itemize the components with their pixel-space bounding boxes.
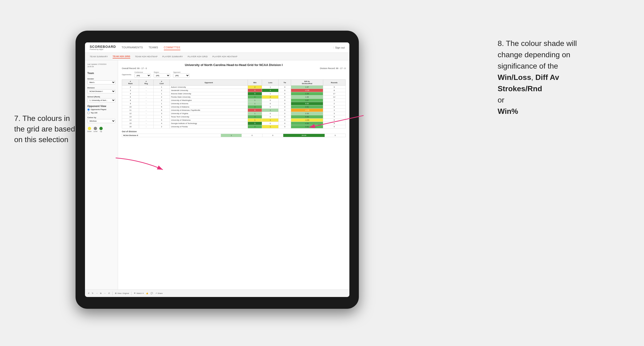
subnav-team-h2h-heatmap[interactable]: TEAM H2H HEATMAP [135,55,158,58]
cell-tie: 0 [278,109,291,112]
cell-reg: - [139,86,154,89]
out-of-division-table: NCAA Division II 1 0 0 26.00 3 [122,134,346,137]
logo-sub: Powered by clippd [90,48,116,50]
cell-rank: 15 [122,122,139,125]
subnav-player-summary[interactable]: PLAYER SUMMARY [162,55,183,58]
out-tie: 0 [262,134,283,137]
level-dot [94,127,97,130]
subnav-team-h2h-grid[interactable]: TEAM H2H GRID [112,55,130,58]
cell-loss: 1 [262,92,278,95]
nav-teams[interactable]: TEAMS [148,45,158,50]
cell-reg: - [139,95,154,99]
cell-opponent: Arizona State University [170,92,248,95]
cell-conf: 1 [154,86,170,89]
sign-out-link[interactable]: Sign out [335,46,345,49]
up-dot [100,127,103,130]
out-name: NCAA Division II [122,134,221,137]
nav-committee[interactable]: COMMITTEE [164,45,180,50]
cell-rank: 16 [122,125,139,129]
cell-win: 0 [248,89,262,92]
cell-win: 3 [248,105,262,109]
view-original-btn[interactable]: ⊞ View: Original [115,292,129,294]
cell-win: 1 [248,119,262,122]
cell-diff: 1.67 [291,86,323,89]
cell-conf: 4 [154,122,170,125]
subnav-player-h2h-heatmap[interactable]: PLAYER H2H HEATMAP [212,55,238,58]
comment-btn[interactable]: 💬 [150,292,153,294]
color-legend: Down Level Up [87,127,116,132]
opponents-played-radio[interactable]: Opponents Played [87,108,116,111]
cell-loss: 0 [262,115,278,119]
cell-opponent: University of Virginia [170,112,248,115]
opponents-filter-label: Opponents: [122,74,132,76]
overall-record: Overall Record: 89 - 17 - 0 [122,67,147,70]
cell-rank: 14 [122,119,139,122]
cell-opponent: University of Oklahoma [170,119,248,122]
region-select[interactable]: (All) [154,74,170,78]
share-btn[interactable]: ↗ Share [155,292,163,294]
table-row: 11 - 6 University of Arkansas, Fayettevi… [122,109,346,112]
copy-btn[interactable]: ⧉ [100,292,102,295]
forward-btn[interactable]: → [96,292,98,294]
cell-win: 5 [248,122,262,125]
cell-rounds: 12 [323,95,345,99]
subnav-player-h2h-grid[interactable]: PLAYER H2H GRID [188,55,208,58]
top100-radio[interactable]: Top 100 [87,112,116,114]
cell-diff: 2.33 [291,112,323,115]
annotation-bold-winloss: Win/Loss [498,73,531,82]
cell-rounds: 3 [323,112,345,115]
cell-reg: - [139,92,154,95]
cell-win: 3 [248,125,262,129]
annotation-left: 7. The colours in the grid are based on … [14,113,80,145]
col-win: Win [248,80,262,86]
cell-reg: - [139,125,154,129]
redo-btn[interactable]: ↻ [92,292,94,294]
watch-btn[interactable]: 👁 Watch ▾ [134,292,143,294]
cell-rounds: 9 [323,115,345,119]
cell-loss: 0 [262,99,278,102]
colour-by-group: Colour by Win/loss [87,116,116,123]
undo-btn[interactable]: ↺ [88,292,90,294]
cell-loss: 1 [262,86,278,89]
cell-opponent: University of Washington [170,99,248,102]
cell-tie: 0 [278,112,291,115]
cell-rounds: 9 [323,122,345,125]
cell-win: 3 [248,115,262,119]
school-label: School (Rank) [87,96,116,98]
cell-conf: 5 [154,119,170,122]
table-row: 15 - 4 Georgia Institute of Technology 5… [122,122,346,125]
logo-text: SCOREBOARD [90,45,116,48]
division-group: Division NCAA Division I [87,87,116,93]
nav-tournaments[interactable]: TOURNAMENTS [122,45,143,50]
level-label: Level [94,131,98,132]
cell-loss: 4 [262,89,278,92]
cell-loss: 0 [262,102,278,105]
cell-tie: 0 [278,99,291,102]
school-select[interactable]: 1. University of Nort... [87,98,116,102]
subnav-team-summary[interactable]: TEAM SUMMARY [90,55,108,58]
more-btn[interactable]: ⋯ [104,292,106,294]
cell-opponent: University of Arkansas, Fayetteville [170,109,248,112]
nav-items: TOURNAMENTS TEAMS COMMITTEE [122,45,333,50]
opponent-select[interactable]: (All) [173,74,190,78]
col-loss: Loss [262,80,278,86]
cell-tie: 0 [278,122,291,125]
conference-select[interactable]: (All) [134,74,151,78]
clock-btn[interactable]: ⏱ [108,292,110,294]
cell-loss: 0 [262,112,278,115]
cell-opponent: University of Florida [170,125,248,129]
cell-rank: 6 [122,95,139,99]
col-reg: #Reg [139,80,154,86]
cell-conf: 2 [154,89,170,92]
cell-rounds: 3 [323,99,345,102]
cell-diff: 5.56 [291,115,323,119]
division-select[interactable]: NCAA Division I [87,89,116,93]
gender-select[interactable]: Men's [87,80,116,84]
table-row: 9 - 1 University of Arizona 1 0 0 9.00 2 [122,102,346,105]
table-row: 10 - 5 University of Alabama 3 0 0 2.61 … [122,105,346,109]
table-row: 12 - 3 University of Virginia 1 0 0 2.33… [122,112,346,115]
colour-by-select[interactable]: Win/loss [87,119,116,123]
cell-tie: 0 [278,86,291,89]
thumbs-btn[interactable]: 👍 [146,292,148,294]
cell-reg: - [139,122,154,125]
